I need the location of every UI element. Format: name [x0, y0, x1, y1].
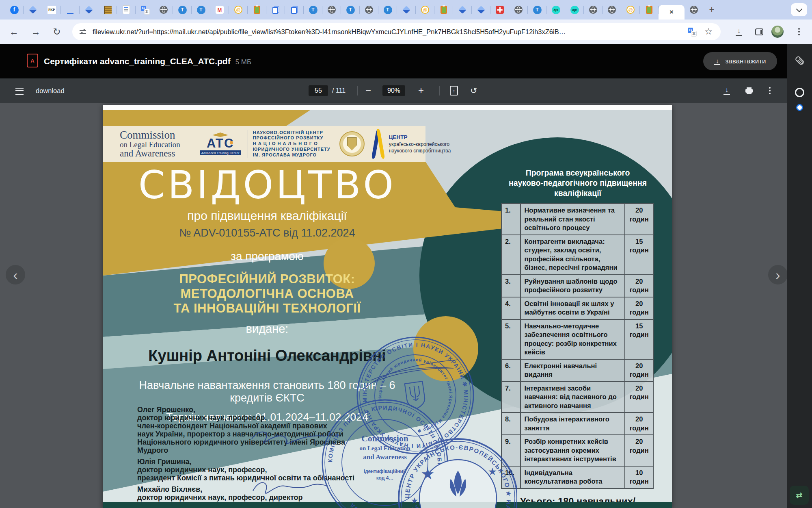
pinned-tab-olx[interactable]: o|x [565, 0, 584, 20]
pinned-tab-t-blue[interactable]: T [341, 0, 360, 20]
pinned-tab-diamond[interactable] [472, 0, 490, 20]
file-name: Сертифікати advanc_training_CLEA_ATC.pdf… [44, 56, 251, 66]
pinned-tab-diamond[interactable] [80, 0, 98, 20]
fit-page-button[interactable]: ↕ [450, 78, 458, 103]
downloads-button[interactable]: ↓ [730, 20, 748, 44]
ukrnet-favicon-icon: @ [626, 6, 635, 14]
new-tab-button[interactable]: + [706, 4, 718, 16]
download-icon: ↓ [723, 87, 730, 95]
pinned-tab-diamond[interactable] [453, 0, 472, 20]
download-file-button[interactable]: ↓ завантажити [703, 52, 777, 70]
tab-search-button[interactable] [791, 3, 807, 16]
clipboard-favicon-icon [646, 6, 652, 14]
pdf-print-button[interactable] [745, 78, 753, 103]
pinned-tab-olx[interactable]: o|x [546, 0, 565, 20]
bookmark-star-icon[interactable]: ☆ [704, 26, 713, 37]
signatory-block: Юлія Гришина,доктор юридичних наук, проф… [137, 458, 373, 482]
pinned-tab-globe[interactable] [154, 0, 173, 20]
university-emblem-icon [339, 131, 365, 156]
table-row: 4.Освітні інновації як шлях у майбутнє о… [501, 297, 653, 319]
close-tab-icon[interactable]: × [669, 8, 674, 16]
pinned-tab-diamond[interactable] [24, 0, 42, 20]
pinned-tab-globe[interactable] [685, 0, 703, 20]
olx-favicon-icon: o|x [552, 6, 560, 14]
pinned-tab-clipboard[interactable] [248, 0, 266, 20]
pinned-tab-t-blue[interactable]: T [378, 0, 397, 20]
pinned-tab-globe[interactable] [584, 0, 603, 20]
pinned-tab-globe[interactable] [509, 0, 528, 20]
download-favicon-icon [67, 6, 73, 14]
pinned-tab-translate[interactable] [136, 0, 154, 20]
pinned-tab-pkp[interactable]: PKP [42, 0, 61, 20]
extension-ring-icon[interactable] [795, 88, 804, 97]
pinned-tab-move-red[interactable] [490, 0, 509, 20]
attachment-paperclip-icon[interactable] [795, 56, 805, 66]
table-row: 3.Руйнування шаблонів щодо професійного … [501, 275, 653, 297]
right-side-rail: ⇄ [787, 44, 812, 508]
download-icon: ↓ [714, 58, 720, 65]
certificate-text-column: СВІДОЦТВО про підвищення кваліфікації № … [127, 163, 407, 423]
pdf-more-button[interactable] [769, 78, 771, 103]
page-number-input[interactable]: 55 [309, 85, 328, 96]
study-load-line: Навчальне навантаження становить 180 год… [127, 379, 407, 404]
pinned-tab-globe[interactable] [603, 0, 621, 20]
pinned-tab-t-blue[interactable]: T [528, 0, 546, 20]
pinned-tab-facebook[interactable]: f [5, 0, 24, 20]
row-hours: 20годин [625, 275, 653, 297]
pinned-tab-notebook[interactable] [98, 0, 117, 20]
row-number: 8. [501, 412, 520, 435]
browser-menu-button[interactable] [790, 20, 808, 44]
previous-page-button[interactable]: ‹ [6, 265, 25, 284]
tab-strip: fPKPTTM@TTT@To|xo|x@ × + [0, 0, 812, 20]
pinned-tab-ukrnet[interactable]: @ [621, 0, 640, 20]
recipient-name: Кушнір Антоніні Олександрівні [127, 347, 407, 365]
url-text[interactable]: fileview.ukr.net/?url=https://mail.ukr.n… [93, 28, 688, 36]
signatory-line: член-кореспондент Національної академії … [137, 422, 373, 430]
globe-favicon-icon [589, 6, 597, 14]
pinned-tab-t-blue[interactable]: T [192, 0, 210, 20]
zoom-out-button[interactable]: − [365, 78, 371, 103]
extension-fab-button[interactable]: ⇄ [790, 486, 809, 505]
back-button[interactable]: ← [5, 20, 23, 44]
signatory-line: наук України, проректор з навчально-мето… [137, 430, 373, 438]
download-icon: ↓ [736, 28, 742, 36]
pinned-tab-globe[interactable] [322, 0, 341, 20]
side-panel-button[interactable] [750, 20, 768, 44]
t-blue-favicon-icon: T [346, 6, 355, 14]
translate-icon[interactable] [688, 28, 696, 36]
next-page-button[interactable]: › [768, 265, 788, 284]
pinned-tab-t-blue[interactable]: T [304, 0, 322, 20]
pinned-tab-clipboard[interactable] [640, 0, 659, 20]
pinned-tab-doc[interactable] [117, 0, 136, 20]
program-table: 1.Нормативне визначення та реальний стан… [501, 203, 654, 489]
row-hours: 20годин [625, 412, 653, 435]
pdf-menu-icon[interactable] [15, 88, 24, 95]
pinned-tab-ukrnet[interactable]: @ [229, 0, 248, 20]
rotate-button[interactable]: ↺ [470, 78, 477, 103]
site-settings-icon[interactable] [80, 29, 86, 34]
pinned-tab-t-blue[interactable]: T [173, 0, 192, 20]
forward-button[interactable]: → [27, 20, 45, 44]
pinned-tab-clipboard[interactable] [434, 0, 453, 20]
pinned-tab-globe[interactable] [360, 0, 378, 20]
pinned-tab-ukrnet[interactable]: @ [416, 0, 434, 20]
text-line: науково-педагогічного підвищення кваліфі… [500, 178, 655, 198]
zoom-in-button[interactable]: + [418, 78, 424, 103]
text-line: НАУКОВО-ОСВІТНІЙ ЦЕНТР [253, 130, 330, 136]
kebab-menu-icon [769, 90, 771, 91]
profile-avatar[interactable] [771, 26, 784, 38]
pinned-tab-gmail[interactable]: M [210, 0, 229, 20]
extension-dot-icon[interactable] [796, 104, 803, 111]
page-top-margin [103, 105, 672, 110]
reload-button[interactable]: ↻ [48, 20, 66, 44]
browser-toolbar: ← → ↻ fileview.ukr.net/?url=https://mail… [0, 20, 812, 44]
pinned-tab-diamond[interactable] [397, 0, 416, 20]
ribbon-icon [373, 129, 385, 159]
active-tab[interactable]: × [659, 5, 685, 20]
pinned-tab-download[interactable] [61, 0, 80, 20]
cues-logo: ЦЕНТРукраїнсько-європейськогонаукового с… [373, 129, 451, 159]
pinned-tab-pages[interactable] [266, 0, 285, 20]
pdf-download-button[interactable]: ↓ [723, 78, 730, 103]
pinned-tab-pages[interactable] [285, 0, 304, 20]
url-bar[interactable]: fileview.ukr.net/?url=https://mail.ukr.n… [72, 23, 721, 40]
